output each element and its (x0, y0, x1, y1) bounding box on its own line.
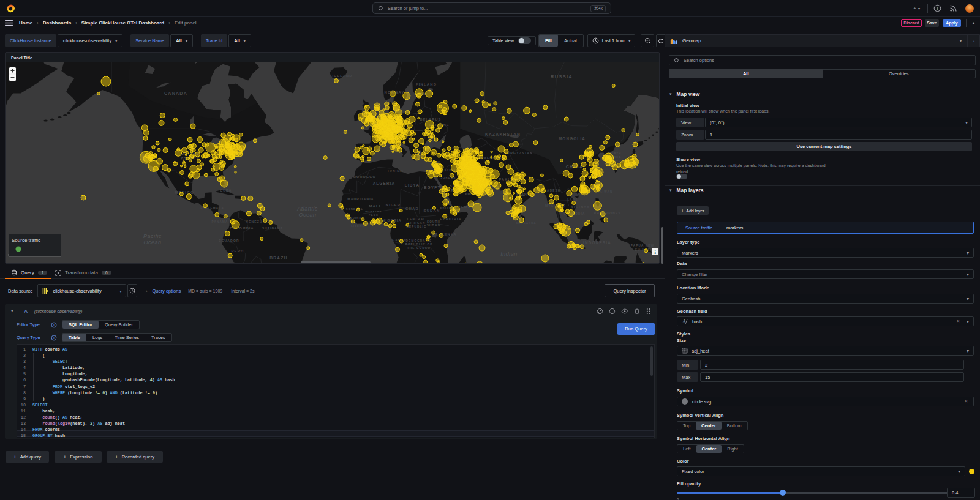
svg-text:MALI: MALI (369, 204, 380, 208)
svg-text:SURINAME: SURINAME (262, 227, 283, 230)
svg-text:MONGOLIA: MONGOLIA (559, 136, 586, 141)
svg-text:THE CONGO: THE CONGO (407, 247, 431, 250)
svg-text:CENTRAL: CENTRAL (407, 218, 426, 221)
svg-text:REPUBLIC: REPUBLIC (406, 225, 426, 228)
svg-text:BURKINA: BURKINA (365, 210, 382, 213)
svg-text:i: i (53, 335, 54, 340)
svg-text:KYRGYZSTAN: KYRGYZSTAN (505, 151, 533, 155)
svg-text:SUDAN: SUDAN (424, 209, 440, 212)
svg-text:SUDAN: SUDAN (427, 224, 440, 227)
svg-text:SOUTH: SOUTH (427, 220, 440, 223)
svg-text:TUNISIA: TUNISIA (388, 170, 404, 173)
svg-text:AFRICAN: AFRICAN (407, 222, 425, 225)
svg-text:!: ! (937, 6, 938, 11)
svg-text:MOROCCO: MOROCCO (353, 175, 376, 179)
svg-text:CANADA: CANADA (164, 91, 187, 96)
svg-text:MEXICO: MEXICO (175, 190, 194, 195)
svg-text:KAZAKHSTAN: KAZAKHSTAN (485, 132, 521, 136)
svg-text:Ocean: Ocean (143, 239, 161, 245)
svg-text:Pacific: Pacific (143, 233, 162, 239)
svg-text:BRAZIL: BRAZIL (270, 256, 289, 260)
svg-text:PAPUA NEW: PAPUA NEW (631, 244, 654, 247)
svg-text:FASO: FASO (369, 214, 379, 217)
svg-text:SRI LANKA: SRI LANKA (516, 222, 537, 225)
svg-text:LIBERIA: LIBERIA (351, 225, 366, 228)
svg-text:Source traffic: Source traffic (12, 237, 40, 243)
svg-text:INDONESIA: INDONESIA (583, 241, 611, 245)
svg-text:PERU: PERU (231, 249, 244, 253)
svg-text:PHILIPPINES: PHILIPPINES (594, 211, 621, 215)
svg-text:PANAMA: PANAMA (211, 220, 228, 223)
svg-text:Ocean: Ocean (298, 212, 316, 218)
svg-text:EGYPT: EGYPT (424, 185, 440, 190)
svg-text:ALGERIA: ALGERIA (373, 181, 396, 185)
svg-text:REPUBLIC OF: REPUBLIC OF (405, 243, 432, 246)
svg-text:NIGER: NIGER (386, 203, 401, 207)
svg-text:FINLAND: FINLAND (416, 83, 437, 86)
svg-text:CHAD: CHAD (405, 207, 419, 211)
svg-text:CUBA: CUBA (220, 188, 232, 192)
svg-text:Atlantic: Atlantic (296, 206, 318, 212)
svg-text:i: i (53, 323, 54, 327)
svg-text:ECUADOR: ECUADOR (219, 239, 239, 242)
svg-text:LIBYA: LIBYA (405, 183, 420, 187)
svg-text:ICELAND: ICELAND (333, 74, 353, 78)
svg-text:SENEGAL: SENEGAL (346, 207, 364, 211)
svg-text:MAURITANIA: MAURITANIA (347, 197, 374, 201)
svg-text:RUSSIA: RUSSIA (551, 74, 573, 80)
svg-text:VIETNAM: VIETNAM (571, 205, 590, 209)
svg-text:VENEZUELA: VENEZUELA (246, 220, 271, 223)
svg-text:LAOS: LAOS (567, 198, 578, 201)
svg-text:A: A (682, 319, 685, 324)
svg-text:Indian: Indian (500, 251, 518, 257)
